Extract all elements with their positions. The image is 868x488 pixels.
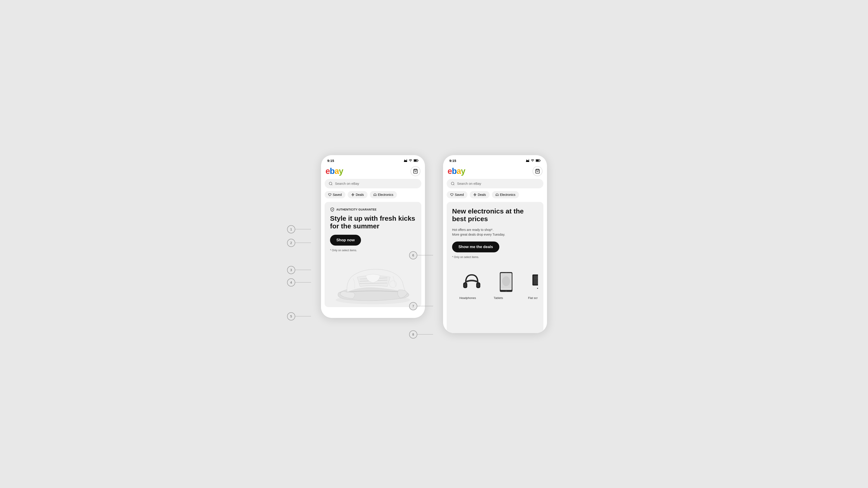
pill-saved-label-right: Saved xyxy=(455,193,464,196)
heart-icon-left xyxy=(328,193,331,196)
pill-saved-right[interactable]: Saved xyxy=(447,191,467,198)
annotation-line-5 xyxy=(295,316,311,316)
ebay-e-right: e xyxy=(447,166,452,176)
authenticity-text: AUTHENTICITY GUARANTEE xyxy=(336,208,377,211)
product-card-headphones[interactable]: Headphones xyxy=(456,266,488,305)
ebay-e: e xyxy=(326,166,330,176)
cart-button-left[interactable] xyxy=(410,166,421,176)
app-header-left: e b a y xyxy=(321,164,425,179)
ebay-a: a xyxy=(335,166,339,176)
svg-point-24 xyxy=(505,291,506,292)
svg-marker-5 xyxy=(351,193,354,196)
annotation-3: 3 xyxy=(287,266,311,274)
shield-check-icon xyxy=(330,207,335,212)
sneaker-container xyxy=(330,255,416,307)
cart-icon-right xyxy=(535,169,540,174)
annotation-circle-7: 7 xyxy=(409,302,417,310)
status-time-right: 9:15 xyxy=(450,159,456,162)
wifi-icon xyxy=(409,159,412,162)
svg-rect-2 xyxy=(414,160,417,161)
search-icon-left xyxy=(329,182,333,186)
pill-saved-left[interactable]: Saved xyxy=(324,191,345,198)
annotation-circle-1: 1 xyxy=(287,225,295,233)
pill-electronics-label-right: Electronics xyxy=(500,193,515,196)
shop-now-button[interactable]: Shop now xyxy=(330,235,361,246)
search-placeholder-right: Search on eBay xyxy=(457,182,481,185)
annotation-circle-4: 4 xyxy=(287,278,295,286)
annotation-circle-3: 3 xyxy=(287,266,295,274)
headphones-svg xyxy=(462,272,482,292)
pill-electronics-left[interactable]: Electronics xyxy=(370,191,397,198)
ebay-logo-left: e b a y xyxy=(326,166,343,176)
search-placeholder-left: Search on eBay xyxy=(335,182,359,185)
tablet-svg xyxy=(498,271,514,293)
pill-deals-left[interactable]: Deals xyxy=(348,191,368,198)
svg-point-15 xyxy=(451,182,454,185)
hero-banner-right: New electronics at the best prices Hot o… xyxy=(447,202,544,333)
annotation-line-3 xyxy=(295,270,311,270)
annotation-line-6 xyxy=(417,255,433,255)
pill-deals-label-left: Deals xyxy=(356,193,364,196)
hero-title-left: Style it up with fresh kicks for the sum… xyxy=(330,215,416,230)
hero-banner-left: AUTHENTICITY GUARANTEE Style it up with … xyxy=(324,202,421,307)
svg-rect-18 xyxy=(464,283,467,287)
annotation-4: 4 xyxy=(287,278,311,286)
svg-rect-1 xyxy=(418,160,418,161)
subtitle-line2: More great deals drop every Tuesday. xyxy=(452,233,505,236)
product-card-flatscreen[interactable]: Flat scr xyxy=(524,266,538,305)
subtitle-line1: Hot offers are ready to shop*. xyxy=(452,228,493,232)
product-card-tablets[interactable]: Tablets xyxy=(490,266,522,305)
pill-electronics-right[interactable]: Electronics xyxy=(492,191,519,198)
bolt-icon-left xyxy=(351,193,354,196)
product-grid-right: Headphones xyxy=(452,262,538,305)
product-label-headphones: Headphones xyxy=(459,296,484,301)
svg-rect-13 xyxy=(536,160,539,161)
flatscreen-image xyxy=(528,270,538,295)
category-pills-left: Saved Deals Electronics xyxy=(321,191,425,202)
annotation-line-4 xyxy=(295,282,311,282)
svg-rect-20 xyxy=(477,283,479,287)
svg-point-26 xyxy=(502,276,510,286)
search-bar-left[interactable]: Search on eBay xyxy=(324,179,421,188)
annotation-7: 7 xyxy=(409,302,433,310)
flatscreen-svg xyxy=(531,273,538,291)
show-deals-button[interactable]: Show me the deals xyxy=(452,242,499,252)
annotation-line-2 xyxy=(295,243,311,243)
right-phone-wrapper: 6 7 8 9:15 xyxy=(443,155,547,333)
product-label-flatscreen: Flat scr xyxy=(528,296,538,301)
annotation-8: 8 xyxy=(409,330,433,338)
ebay-b-right: b xyxy=(452,166,457,176)
status-time-left: 9:15 xyxy=(327,159,334,162)
annotation-circle-6: 6 xyxy=(409,251,417,260)
wifi-icon-right xyxy=(531,159,534,162)
app-header-right: e b a y xyxy=(443,164,547,179)
signal-icon xyxy=(404,159,407,162)
battery-icon xyxy=(414,159,418,162)
ebay-a-right: a xyxy=(457,166,461,176)
search-bar-right[interactable]: Search on eBay xyxy=(447,179,544,188)
disclaimer-left: * Only on select items. xyxy=(330,249,416,252)
page-container: 1 2 3 4 5 9:15 xyxy=(276,155,592,333)
headphones-image xyxy=(459,270,484,295)
ebay-logo-right: e b a y xyxy=(447,166,465,176)
hero-subtitle-right: Hot offers are ready to shop*. More grea… xyxy=(452,227,538,237)
pill-electronics-label-left: Electronics xyxy=(378,193,393,196)
ebay-b: b xyxy=(330,166,335,176)
annotation-2: 2 xyxy=(287,239,311,247)
sneaker-image xyxy=(330,255,416,307)
annotation-line-7 xyxy=(417,306,433,306)
svg-point-4 xyxy=(329,182,332,185)
heart-icon-right xyxy=(450,193,454,196)
svg-marker-16 xyxy=(473,193,476,196)
phone-frame-left: 9:15 e xyxy=(321,155,425,318)
battery-icon-right xyxy=(536,159,541,162)
pill-deals-label-right: Deals xyxy=(478,193,486,196)
phone-frame-right: 9:15 e xyxy=(443,155,547,333)
svg-rect-12 xyxy=(540,160,540,161)
product-label-tablets: Tablets xyxy=(494,296,519,301)
annotation-circle-8: 8 xyxy=(409,330,417,338)
cart-button-right[interactable] xyxy=(532,166,542,176)
annotation-5: 5 xyxy=(287,312,311,321)
pill-deals-right[interactable]: Deals xyxy=(470,191,490,198)
disclaimer-right: * Only on select items. xyxy=(452,255,538,259)
